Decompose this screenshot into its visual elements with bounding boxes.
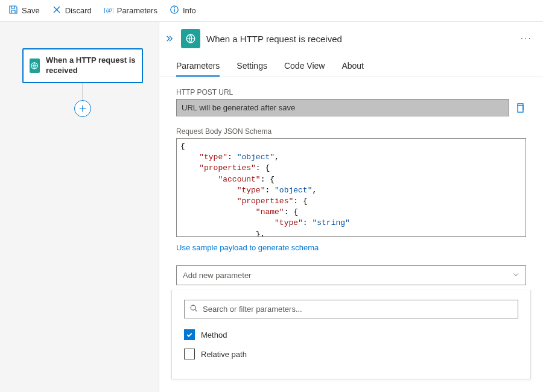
add-parameter-label: Add new parameter	[183, 271, 251, 280]
option-relative-path[interactable]: Relative path	[184, 349, 518, 359]
chevron-down-icon	[512, 271, 519, 280]
http-request-icon	[181, 29, 200, 48]
trigger-node-title: When a HTTP request is received	[46, 55, 136, 76]
url-label: HTTP POST URL	[176, 88, 526, 96]
toolbar: Save Discard [@] Parameters Info	[0, 0, 543, 22]
checkbox-method[interactable]	[184, 329, 195, 340]
sample-payload-link[interactable]: Use sample payload to generate schema	[176, 243, 319, 252]
option-relative-path-label: Relative path	[201, 350, 247, 359]
discard-button[interactable]: Discard	[47, 2, 97, 19]
svg-rect-5	[518, 106, 523, 112]
connector-line	[82, 83, 83, 100]
svg-point-2	[174, 7, 175, 8]
details-panel: When a HTTP request is received ··· Para…	[159, 22, 543, 392]
search-icon	[189, 304, 198, 314]
info-icon	[170, 5, 179, 16]
option-method[interactable]: Method	[184, 329, 518, 340]
http-request-icon	[30, 58, 40, 73]
trigger-node[interactable]: When a HTTP request is received	[22, 48, 143, 83]
option-method-label: Method	[201, 330, 227, 340]
tab-bar: Parameters Settings Code View About	[159, 55, 543, 77]
copy-url-button[interactable]	[514, 102, 526, 114]
tab-settings[interactable]: Settings	[237, 61, 267, 77]
parameters-icon: [@]	[104, 5, 113, 16]
parameters-label: Parameters	[117, 6, 157, 15]
add-step-button[interactable]	[74, 100, 91, 117]
collapse-button[interactable]	[163, 33, 175, 45]
tab-about[interactable]: About	[341, 61, 364, 77]
panel-body: HTTP POST URL URL will be generated afte…	[159, 77, 543, 392]
tab-parameters[interactable]: Parameters	[176, 61, 220, 77]
save-label: Save	[22, 6, 40, 15]
discard-label: Discard	[65, 6, 92, 15]
parameters-button[interactable]: [@] Parameters	[99, 2, 162, 19]
more-menu-button[interactable]: ···	[521, 33, 532, 44]
parameter-search-input[interactable]	[203, 305, 513, 314]
panel-header: When a HTTP request is received ···	[159, 22, 543, 55]
schema-textarea[interactable]: { "type": "object", "properties": { "acc…	[176, 138, 526, 237]
svg-text:[@]: [@]	[104, 6, 113, 13]
svg-point-6	[191, 305, 195, 310]
info-button[interactable]: Info	[165, 2, 201, 19]
schema-label: Request Body JSON Schema	[176, 127, 526, 136]
add-parameter-panel: Method Relative path	[171, 290, 531, 379]
discard-icon	[52, 5, 62, 16]
url-field: URL will be generated after save	[176, 99, 509, 116]
add-parameter-dropdown[interactable]: Add new parameter	[176, 265, 526, 285]
designer-canvas: When a HTTP request is received	[0, 22, 159, 392]
save-button[interactable]: Save	[4, 2, 45, 19]
parameter-search[interactable]	[184, 300, 518, 318]
tab-code-view[interactable]: Code View	[284, 61, 325, 77]
info-label: Info	[183, 6, 196, 15]
panel-title: When a HTTP request is received	[206, 34, 515, 44]
checkbox-relative-path[interactable]	[184, 349, 195, 359]
save-icon	[8, 5, 18, 16]
